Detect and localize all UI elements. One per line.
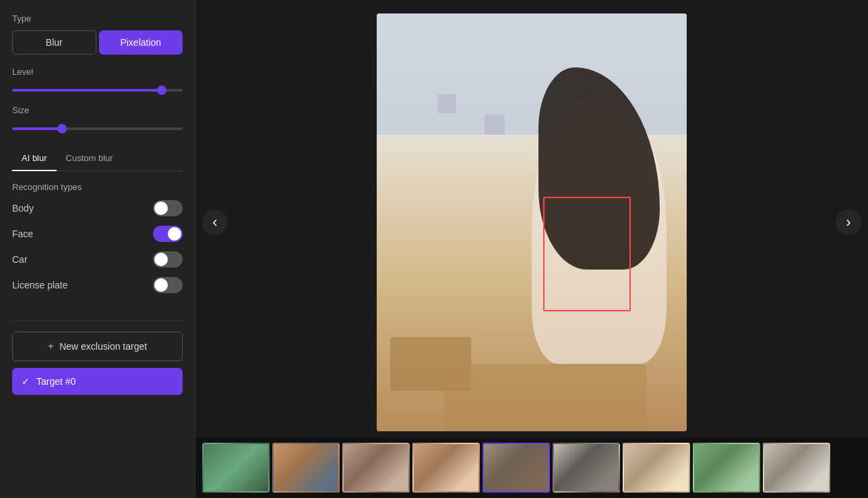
car-label: Car (12, 254, 28, 265)
check-icon: ✓ (22, 376, 30, 387)
thumbnail-6[interactable] (553, 443, 620, 493)
tab-custom-blur[interactable]: Custom blur (57, 146, 123, 171)
tab-bar: AI blur Custom blur (12, 146, 183, 171)
recognition-section: Recognition types Body Face Car (12, 182, 183, 303)
body-toggle-knob (154, 201, 168, 215)
thumbnail-8[interactable] (693, 443, 760, 493)
left-arrow-icon: ‹ (212, 214, 217, 231)
blur-face-1 (437, 94, 456, 113)
selection-box (543, 197, 631, 311)
thumbnail-5[interactable] (483, 443, 550, 493)
thumbnail-strip (195, 437, 868, 498)
thumbnail-2[interactable] (272, 443, 340, 493)
recognition-row-license: License plate (12, 277, 183, 293)
license-toggle[interactable] (153, 277, 183, 293)
level-label: Level (12, 67, 183, 77)
next-arrow[interactable]: › (836, 210, 861, 235)
recognition-row-car: Car (12, 251, 183, 268)
recognition-row-face: Face (12, 226, 183, 242)
type-buttons: Blur Pixelation (12, 30, 183, 55)
thumbnail-4[interactable] (412, 443, 480, 493)
face-toggle[interactable] (153, 226, 183, 242)
license-toggle-knob (154, 278, 168, 292)
level-slider[interactable] (12, 89, 183, 92)
level-section: Level (12, 67, 183, 94)
type-label: Type (12, 13, 183, 24)
target-item-0[interactable]: ✓ Target #0 (12, 368, 183, 395)
car-toggle[interactable] (153, 251, 183, 268)
body-toggle[interactable] (153, 200, 183, 216)
center-area: ‹ › (195, 0, 868, 498)
blur-button[interactable]: Blur (12, 30, 96, 55)
new-exclusion-button[interactable]: + New exclusion target (12, 332, 183, 361)
size-slider[interactable] (12, 127, 183, 130)
car-toggle-knob (154, 253, 168, 266)
right-arrow-icon: › (846, 214, 850, 231)
prev-arrow[interactable]: ‹ (202, 210, 228, 235)
thumbnail-3[interactable] (342, 443, 410, 493)
face-toggle-knob (168, 227, 181, 241)
left-panel: Type Blur Pixelation Level Size AI blur … (0, 0, 195, 498)
recognition-row-body: Body (12, 200, 183, 216)
target-label-0: Target #0 (36, 376, 75, 387)
new-exclusion-label: New exclusion target (59, 341, 147, 352)
body-label: Body (12, 203, 34, 214)
divider (12, 320, 183, 321)
main-image-container: ‹ › (195, 7, 868, 437)
recognition-title: Recognition types (12, 182, 183, 192)
main-image (377, 13, 687, 431)
license-label: License plate (12, 280, 68, 290)
thumbnail-1[interactable] (202, 443, 270, 493)
size-section: Size (12, 105, 183, 133)
thumbnail-9[interactable] (763, 443, 830, 493)
main-area: Type Blur Pixelation Level Size AI blur … (0, 0, 868, 498)
blur-face-2 (485, 115, 505, 135)
size-label: Size (12, 105, 183, 115)
thumbnail-7[interactable] (623, 443, 690, 493)
tab-ai-blur[interactable]: AI blur (12, 146, 57, 171)
pixelation-button[interactable]: Pixelation (99, 30, 183, 55)
plus-icon: + (48, 340, 54, 352)
face-label: Face (12, 228, 33, 239)
